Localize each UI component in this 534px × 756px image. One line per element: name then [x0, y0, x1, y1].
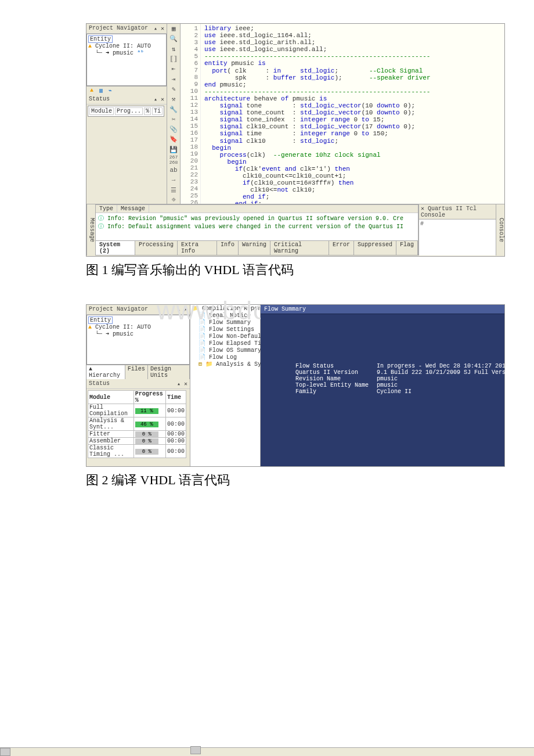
- cap-suffix: 语言代码: [240, 262, 294, 277]
- figure-1: Project Navigator ▴ ✕ Entity ▲ Cyclone I…: [0, 23, 534, 279]
- tcl-console-panel: ✕ Quartus II Tcl Console #: [418, 204, 496, 255]
- arrow-right-icon[interactable]: →: [169, 176, 178, 183]
- line-number-gutter: 1234567891011121314151617181920212223242…: [181, 24, 201, 204]
- pn-tab[interactable]: Design Units: [148, 365, 190, 379]
- panel-pin-close[interactable]: ▴ ✕: [154, 25, 164, 32]
- report-tree-item[interactable]: 📄 Flow OS Summary: [190, 347, 260, 354]
- report-tree-item[interactable]: 📄 Flow Elapsed Time: [190, 340, 260, 347]
- close-x-icon[interactable]: ✕: [421, 206, 424, 212]
- s2-entity-header: Entity: [88, 316, 113, 324]
- msg-tab[interactable]: Extra Info: [178, 241, 217, 255]
- insert-icon[interactable]: ⎆: [169, 196, 178, 204]
- s2-entity-node[interactable]: pmusic: [113, 331, 134, 337]
- screenshot-1: Project Navigator ▴ ✕ Entity ▲ Cyclone I…: [86, 23, 505, 257]
- col-type: Type: [96, 205, 117, 213]
- msg-line-2: Info: Default assignment values were cha…: [107, 224, 403, 230]
- tab-design-icon[interactable]: ⌁: [106, 87, 114, 94]
- msg-tab[interactable]: Error: [329, 241, 354, 255]
- project-navigator-panel: Project Navigator ▴ ✕ Entity ▲ Cyclone I…: [86, 24, 167, 204]
- flow-row: FamilyCyclone II: [295, 388, 516, 395]
- status-progress: 0 %: [134, 431, 165, 438]
- code-editor[interactable]: 1234567891011121314151617181920212223242…: [181, 24, 504, 204]
- flow-row: Flow StatusIn progress - Wed Dec 28 10:4…: [295, 363, 516, 369]
- flow-key: Top-level Entity Name: [295, 382, 377, 388]
- s2-device-node[interactable]: Cyclone II: AUTO: [95, 324, 151, 330]
- flow-value: 9.1 Build 222 10/21/2009 SJ Full Version: [377, 369, 516, 376]
- indent-icon[interactable]: ⇤: [169, 65, 178, 73]
- save-icon[interactable]: 💾: [169, 146, 178, 153]
- arrow-icon: ➜: [106, 50, 109, 56]
- hammer-icon[interactable]: ⚒: [169, 95, 178, 103]
- figure-2: Project Navigator ▴ ✕ Entity ▲ Cyclone I…: [0, 304, 534, 489]
- messages-header: Type Message: [96, 205, 418, 213]
- project-tree[interactable]: Entity ▲ Cyclone II: AUTO └─ ➜ pmusic ᵃᵇ: [86, 34, 167, 86]
- cap-prefix: 图: [86, 262, 102, 277]
- report-tree-item[interactable]: 📄 Flow Settings: [190, 326, 260, 333]
- bookmark-icon[interactable]: 🔖: [169, 135, 178, 143]
- s2-status-pin[interactable]: ▴ ✕: [177, 380, 187, 387]
- ab-icon[interactable]: ab: [169, 166, 178, 174]
- num-icon[interactable]: 267268: [169, 156, 178, 164]
- compilation-report-tree[interactable]: 📁 Compilation Report 📄 Legal Notice 📄 Fl…: [190, 305, 261, 466]
- brush-icon[interactable]: ✎: [169, 85, 178, 93]
- clip-icon[interactable]: 📎: [169, 125, 178, 133]
- brackets-icon[interactable]: ⟦⟧: [169, 55, 178, 63]
- tab-hierarchy-icon[interactable]: ▲: [88, 87, 96, 94]
- report-tree-item[interactable]: ⊞ 📁 Analysis & Synthesi: [190, 361, 260, 368]
- flow-summary-panel: Flow Summary Flow StatusIn progress - We…: [261, 305, 504, 466]
- doc-icon: 📄: [199, 340, 205, 347]
- status-time: 00:00: [165, 404, 186, 417]
- warning-icon: ▲: [88, 324, 92, 330]
- updown-icon[interactable]: ⇅: [169, 45, 178, 53]
- project-navigator-title: Project Navigator ▴ ✕: [86, 24, 167, 34]
- find-icon[interactable]: 🔍: [169, 35, 178, 42]
- cap-roman: VHDL: [204, 262, 240, 277]
- status-panel: Module Prog... % Ti: [86, 105, 167, 204]
- flow-key: Family: [295, 388, 377, 395]
- msg-tab[interactable]: Flag: [396, 241, 418, 255]
- s2-status-panel: ModuleProgress %TimeFull Compilation11 %…: [86, 389, 190, 466]
- screenshot-2: Project Navigator ▴ ✕ Entity ▲ Cyclone I…: [86, 304, 505, 467]
- cap2-mid: 编译: [109, 473, 140, 487]
- msg-tab[interactable]: Warning: [239, 241, 270, 255]
- status-row: Assembler0 %00:00: [88, 438, 186, 445]
- flow-value: Cyclone II: [377, 388, 412, 395]
- msg-tab[interactable]: Info: [217, 241, 239, 255]
- pn-tab[interactable]: ▲ Hierarchy: [86, 365, 125, 379]
- cap2-prefix: 图: [86, 473, 102, 487]
- entity-header: Entity: [88, 35, 113, 43]
- flow-row: Top-level Entity Namepmusic: [295, 382, 516, 388]
- msg-tab[interactable]: Suppressed: [354, 241, 396, 255]
- pn-tab[interactable]: Files: [125, 365, 148, 379]
- tool-icon[interactable]: ▦: [169, 25, 178, 33]
- flow-summary-title: Flow Summary: [261, 305, 504, 314]
- msg-tab[interactable]: System (2): [96, 241, 135, 255]
- flow-value: In progress - Wed Dec 28 10:41:27 2011: [377, 363, 509, 369]
- entity-node[interactable]: pmusic: [113, 50, 134, 56]
- s2-status-title: Status ▴ ✕: [86, 379, 190, 389]
- code-content[interactable]: library ieee;use ieee.std_logic_1164.all…: [201, 24, 431, 204]
- device-node[interactable]: Cyclone II: AUTO: [95, 43, 151, 49]
- flow-value: pmusic: [377, 376, 398, 382]
- s2-projnav-label: Project Navigator: [89, 306, 148, 313]
- console-vertical-tab[interactable]: Console: [496, 204, 504, 255]
- info-icon: ⓘ: [98, 215, 104, 222]
- s2-left-column: Project Navigator ▴ ✕ Entity ▲ Cyclone I…: [86, 305, 190, 466]
- tcl-console-title: Quartus II Tcl Console: [421, 206, 477, 218]
- status-pin-close[interactable]: ▴ ✕: [154, 96, 164, 103]
- doc-icon: 📄: [199, 326, 205, 333]
- msg-tab[interactable]: Processing: [135, 241, 178, 255]
- col-message: Message: [117, 205, 149, 213]
- report-tree-item[interactable]: 📄 Flow Non-Default Gl: [190, 333, 260, 340]
- screenshot1-upper: Project Navigator ▴ ✕ Entity ▲ Cyclone I…: [86, 24, 504, 204]
- col-time: Ti: [152, 107, 163, 115]
- tab-files-icon[interactable]: ▥: [97, 87, 105, 94]
- outdent-icon[interactable]: ⇥: [169, 75, 178, 82]
- list-icon[interactable]: ☰: [169, 186, 178, 193]
- messages-vertical-tab[interactable]: Message: [86, 204, 95, 255]
- report-tree-item[interactable]: 📄 Flow Log: [190, 354, 260, 361]
- status-row: Full Compilation11 %00:00: [88, 404, 186, 417]
- wrench-icon[interactable]: 🔧: [169, 105, 178, 113]
- msg-tab[interactable]: Critical Warning: [270, 241, 329, 255]
- cut-icon[interactable]: ✂: [169, 116, 178, 123]
